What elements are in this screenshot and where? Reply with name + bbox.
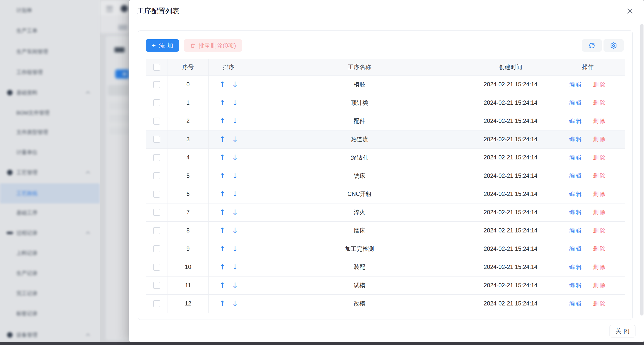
move-up-arrow-icon[interactable]: ↑ [219,99,225,107]
edit-link[interactable]: 编辑 [569,227,583,234]
row-checkbox[interactable] [153,300,160,307]
row-checkbox[interactable] [153,209,160,216]
process-name-cell: 装配 [249,258,470,277]
row-checkbox[interactable] [153,191,160,198]
table-row: 3 ↑ ↓ 热道流 2024-02-21 15:24:14 编辑 删除 [146,130,625,149]
created-time-cell: 2024-02-21 15:24:14 [470,149,551,167]
select-all-checkbox[interactable] [153,64,160,71]
seq-cell: 5 [168,167,209,185]
edit-link[interactable]: 编辑 [569,136,583,142]
move-down-arrow-icon[interactable]: ↓ [232,99,238,107]
edit-link[interactable]: 编辑 [569,81,583,88]
row-checkbox[interactable] [153,81,160,88]
add-button[interactable]: + 添加 [146,39,179,52]
move-up-arrow-icon[interactable]: ↑ [219,209,225,216]
move-down-arrow-icon[interactable]: ↓ [232,81,238,88]
move-up-arrow-icon[interactable]: ↑ [219,227,225,234]
row-checkbox[interactable] [153,264,160,271]
move-down-arrow-icon[interactable]: ↓ [232,227,238,234]
col-header-actions: 操作 [551,59,625,76]
row-checkbox[interactable] [153,245,160,252]
batch-delete-button[interactable]: 批量删除(0项) [184,39,242,52]
seq-cell: 3 [168,130,209,149]
edit-link[interactable]: 编辑 [569,264,583,270]
seq-cell: 12 [168,295,209,313]
move-down-arrow-icon[interactable]: ↓ [232,172,238,180]
move-down-arrow-icon[interactable]: ↓ [232,282,238,289]
move-up-arrow-icon[interactable]: ↑ [219,154,225,161]
table-row: 1 ↑ ↓ 顶针类 2024-02-21 15:24:14 编辑 删除 [146,94,625,112]
edit-link[interactable]: 编辑 [569,173,583,179]
move-down-arrow-icon[interactable]: ↓ [232,136,238,143]
row-checkbox[interactable] [153,282,160,289]
move-up-arrow-icon[interactable]: ↑ [219,263,225,271]
edit-link[interactable]: 编辑 [569,246,583,252]
move-up-arrow-icon[interactable]: ↑ [219,117,225,125]
created-time-cell: 2024-02-21 15:24:14 [470,240,551,258]
delete-link[interactable]: 删除 [593,99,607,106]
modal-header: 工序配置列表 [129,0,644,22]
process-name-cell: 磨床 [249,222,470,240]
delete-link[interactable]: 删除 [593,173,607,179]
edit-link[interactable]: 编辑 [569,300,583,307]
row-checkbox[interactable] [153,227,160,234]
row-checkbox[interactable] [153,154,160,161]
move-up-arrow-icon[interactable]: ↑ [219,282,225,289]
move-down-arrow-icon[interactable]: ↓ [232,209,238,216]
delete-link[interactable]: 删除 [593,282,607,288]
delete-link[interactable]: 删除 [593,136,607,142]
edit-link[interactable]: 编辑 [569,154,583,161]
delete-link[interactable]: 删除 [593,227,607,234]
settings-button[interactable] [603,39,624,52]
modal-footer: 关闭 [129,323,644,342]
row-checkbox[interactable] [153,136,160,143]
delete-link[interactable]: 删除 [593,300,607,307]
created-time-cell: 2024-02-21 15:24:14 [470,76,551,94]
delete-link[interactable]: 删除 [593,118,607,124]
created-time-cell: 2024-02-21 15:24:14 [470,258,551,277]
modal-scrollbar-thumb[interactable] [640,24,643,316]
edit-link[interactable]: 编辑 [569,282,583,288]
close-button[interactable]: 关闭 [610,325,635,337]
seq-cell: 6 [168,185,209,203]
table-row: 5 ↑ ↓ 铣床 2024-02-21 15:24:14 编辑 删除 [146,167,625,185]
move-up-arrow-icon[interactable]: ↑ [219,172,225,180]
process-name-cell: 加工完检测 [249,240,470,258]
process-name-cell: 改模 [249,295,470,313]
move-down-arrow-icon[interactable]: ↓ [232,117,238,125]
edit-link[interactable]: 编辑 [569,118,583,124]
refresh-button[interactable] [582,39,602,52]
col-header-created: 创建时间 [470,59,551,76]
process-name-cell: 模胚 [249,76,470,94]
edit-link[interactable]: 编辑 [569,209,583,215]
table-row: 6 ↑ ↓ CNC开粗 2024-02-21 15:24:14 编辑 删除 [146,185,625,203]
delete-link[interactable]: 删除 [593,264,607,270]
delete-link[interactable]: 删除 [593,246,607,252]
created-time-cell: 2024-02-21 15:24:14 [470,185,551,203]
move-down-arrow-icon[interactable]: ↓ [232,154,238,161]
created-time-cell: 2024-02-21 15:24:14 [470,222,551,240]
process-name-cell: 顶针类 [249,94,470,112]
move-down-arrow-icon[interactable]: ↓ [232,300,238,307]
edit-link[interactable]: 编辑 [569,99,583,106]
edit-link[interactable]: 编辑 [569,191,583,197]
row-checkbox[interactable] [153,172,160,179]
move-up-arrow-icon[interactable]: ↑ [219,190,225,198]
move-down-arrow-icon[interactable]: ↓ [232,190,238,198]
created-time-cell: 2024-02-21 15:24:14 [470,203,551,222]
move-up-arrow-icon[interactable]: ↑ [219,136,225,143]
row-checkbox[interactable] [153,118,160,125]
move-up-arrow-icon[interactable]: ↑ [219,81,225,88]
move-down-arrow-icon[interactable]: ↓ [232,263,238,271]
close-icon[interactable] [625,7,634,16]
delete-link[interactable]: 删除 [593,81,607,88]
move-up-arrow-icon[interactable]: ↑ [219,300,225,307]
delete-link[interactable]: 删除 [593,154,607,161]
delete-link[interactable]: 删除 [593,209,607,215]
move-up-arrow-icon[interactable]: ↑ [219,245,225,253]
row-checkbox[interactable] [153,99,160,106]
seq-cell: 2 [168,112,209,130]
move-down-arrow-icon[interactable]: ↓ [232,245,238,253]
seq-cell: 7 [168,203,209,222]
delete-link[interactable]: 删除 [593,191,607,197]
